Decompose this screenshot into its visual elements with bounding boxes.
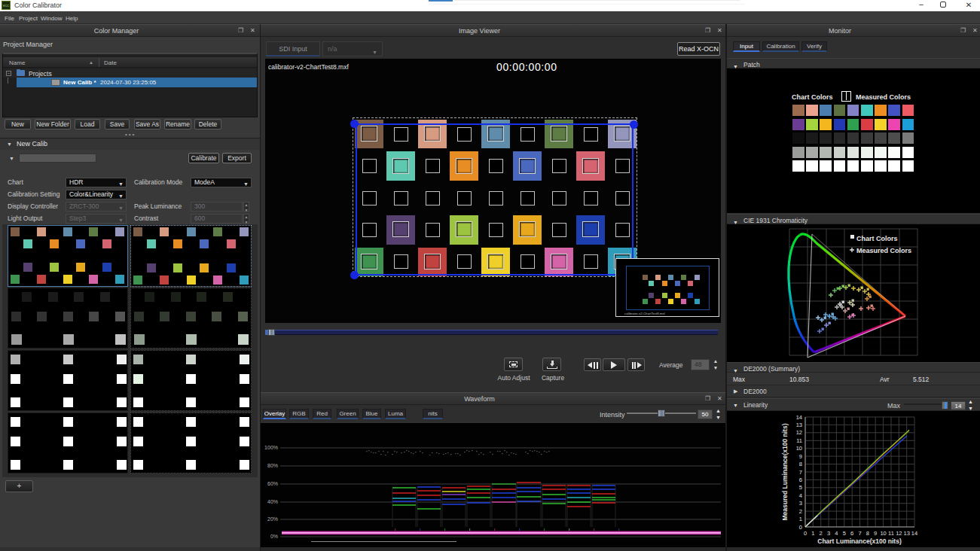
svg-text:10: 10 bbox=[880, 530, 886, 537]
svg-text:0: 0 bbox=[804, 530, 807, 537]
svg-text:3: 3 bbox=[827, 530, 830, 537]
svg-text:Chart Colors: Chart Colors bbox=[856, 235, 898, 242]
svg-text:3: 3 bbox=[799, 500, 802, 507]
svg-text:13: 13 bbox=[904, 530, 910, 537]
svg-text:9: 9 bbox=[874, 530, 877, 537]
svg-text:4: 4 bbox=[835, 530, 838, 537]
svg-text:7: 7 bbox=[799, 469, 802, 476]
svg-text:14: 14 bbox=[911, 530, 917, 537]
svg-text:8: 8 bbox=[866, 530, 869, 537]
svg-text:0: 0 bbox=[799, 524, 802, 531]
svg-text:14: 14 bbox=[796, 414, 802, 421]
svg-text:10: 10 bbox=[796, 445, 802, 452]
svg-text:11: 11 bbox=[796, 437, 802, 444]
svg-text:11: 11 bbox=[888, 530, 894, 537]
svg-text:4: 4 bbox=[799, 492, 802, 499]
svg-text:8: 8 bbox=[799, 461, 802, 467]
svg-text:2: 2 bbox=[820, 530, 823, 537]
svg-text:5: 5 bbox=[799, 484, 802, 491]
svg-text:1: 1 bbox=[811, 530, 814, 537]
svg-text:Measured Colors: Measured Colors bbox=[856, 247, 911, 254]
svg-text:6: 6 bbox=[799, 476, 802, 483]
svg-text:2: 2 bbox=[799, 508, 802, 515]
svg-text:13: 13 bbox=[796, 422, 802, 428]
svg-text:Chart Luminance(x100 nits): Chart Luminance(x100 nits) bbox=[817, 537, 902, 545]
svg-text:9: 9 bbox=[799, 453, 802, 460]
svg-text:5: 5 bbox=[843, 530, 846, 537]
svg-text:Measured Luminance(x100 nits): Measured Luminance(x100 nits) bbox=[781, 423, 789, 520]
svg-text:12: 12 bbox=[796, 429, 802, 436]
svg-text:1: 1 bbox=[799, 516, 802, 522]
svg-text:12: 12 bbox=[896, 530, 902, 537]
svg-text:6: 6 bbox=[850, 530, 853, 537]
svg-text:7: 7 bbox=[858, 530, 861, 537]
